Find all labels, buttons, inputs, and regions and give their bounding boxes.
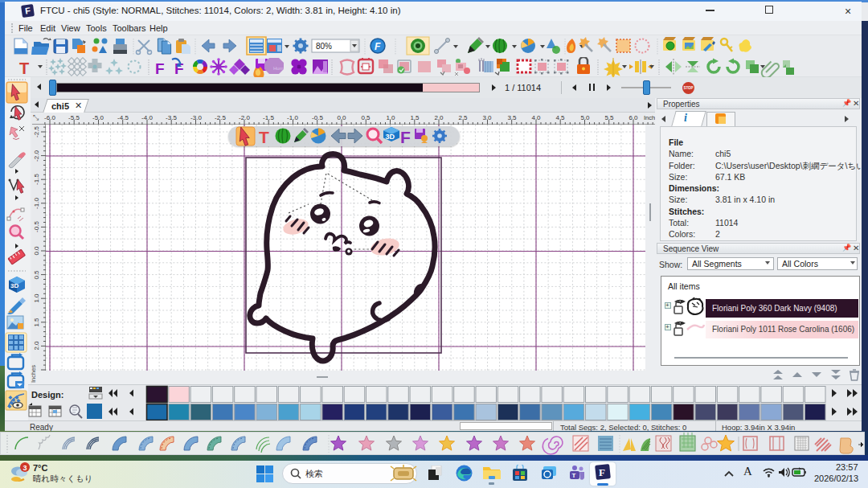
svg-text:-2.0: -2.0	[33, 150, 40, 162]
svg-text:2.0: 2.0	[434, 114, 444, 121]
svg-text:3D: 3D	[10, 282, 18, 289]
svg-text:F: F	[375, 41, 381, 52]
svg-text:-1.5: -1.5	[263, 114, 274, 121]
svg-text:-5.0: -5.0	[92, 114, 104, 121]
svg-text:1.5: 1.5	[33, 318, 40, 327]
svg-text:3.0: 3.0	[482, 114, 492, 121]
svg-text:-3.0: -3.0	[190, 114, 202, 121]
svg-text:1.0: 1.0	[386, 114, 395, 121]
svg-text:-2.0: -2.0	[239, 114, 250, 121]
svg-text:T: T	[572, 472, 576, 479]
svg-text:-4.0: -4.0	[141, 114, 153, 121]
svg-text:F: F	[155, 60, 165, 77]
svg-text:-5.5: -5.5	[68, 114, 80, 121]
svg-text:0.5: 0.5	[33, 270, 40, 280]
svg-text:-2.5: -2.5	[33, 126, 40, 137]
svg-text:-0.5: -0.5	[33, 221, 40, 232]
svg-text:1.0: 1.0	[33, 293, 40, 303]
svg-text:-1.5: -1.5	[33, 174, 40, 185]
svg-text:5.0: 5.0	[580, 114, 590, 121]
svg-text:4.0: 4.0	[531, 114, 541, 121]
svg-text:T: T	[19, 59, 29, 77]
svg-text:-3.5: -3.5	[166, 114, 177, 121]
svg-text:0.0: 0.0	[33, 246, 40, 256]
svg-text:6.0: 6.0	[628, 114, 638, 121]
svg-text:-6.0: -6.0	[44, 114, 55, 121]
svg-text:Inches: Inches	[644, 114, 655, 121]
svg-text:F: F	[174, 60, 184, 77]
svg-text:-0.5: -0.5	[312, 114, 323, 121]
svg-text:80%: 80%	[316, 42, 332, 51]
svg-text:2.5: 2.5	[458, 114, 468, 121]
svg-text:2.0: 2.0	[33, 341, 40, 351]
svg-text:-1.0: -1.0	[33, 198, 40, 209]
svg-text:1.5: 1.5	[410, 114, 420, 121]
svg-text:0.5: 0.5	[361, 114, 371, 121]
svg-text:3D: 3D	[386, 133, 395, 141]
svg-text:F: F	[400, 128, 411, 146]
svg-text:-1.0: -1.0	[287, 114, 298, 121]
svg-text:T: T	[259, 128, 269, 146]
svg-text:Hum: Hum	[273, 66, 284, 71]
svg-text:0.0: 0.0	[337, 114, 346, 121]
svg-text:Design:: Design:	[31, 390, 63, 400]
svg-text:3: 3	[23, 464, 27, 472]
svg-text:3.5: 3.5	[507, 114, 517, 121]
svg-text:-4.5: -4.5	[117, 114, 129, 121]
svg-text:4.5: 4.5	[555, 114, 565, 121]
svg-text:5.5: 5.5	[604, 114, 614, 121]
svg-text:-2.5: -2.5	[215, 114, 226, 121]
